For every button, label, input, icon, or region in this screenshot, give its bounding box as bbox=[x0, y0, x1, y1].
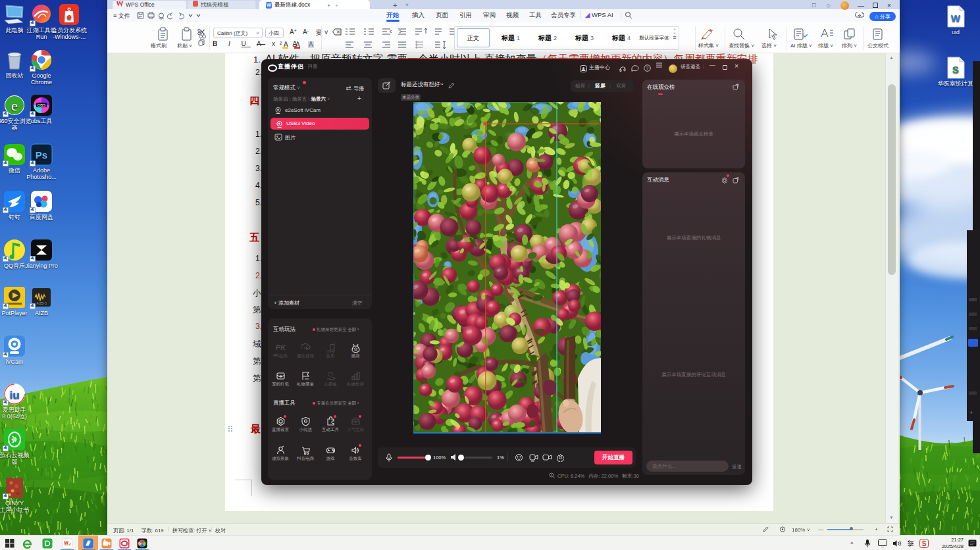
svg-text:AIZB-3: AIZB-3 bbox=[36, 301, 47, 305]
svg-text:S: S bbox=[922, 540, 927, 547]
svg-text:OBS: OBS bbox=[38, 103, 46, 107]
svg-text:?: ? bbox=[646, 66, 649, 70]
svg-text:Ps: Ps bbox=[36, 149, 47, 161]
svg-text:S: S bbox=[952, 64, 959, 75]
svg-text:PK: PK bbox=[276, 343, 286, 351]
svg-text:iu: iu bbox=[9, 389, 19, 401]
svg-text:W: W bbox=[951, 12, 961, 24]
svg-text:e: e bbox=[11, 97, 18, 114]
svg-text:e: e bbox=[66, 12, 71, 22]
